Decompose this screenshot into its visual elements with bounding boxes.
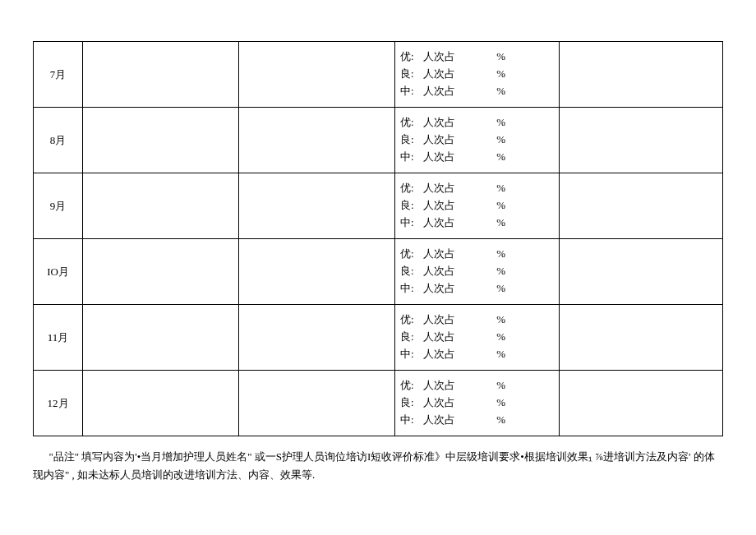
- rating-metric: 人次占: [423, 346, 481, 363]
- rating-line-良: 良: 人次占 %: [400, 66, 554, 83]
- month-cell: 12月: [34, 371, 83, 436]
- rating-label: 优:: [400, 311, 423, 329]
- rating-pct: %: [481, 329, 505, 346]
- rating-metric: 人次占: [423, 377, 481, 394]
- rating-line-优: 优: 人次占 %: [400, 114, 554, 131]
- rating-label: 中:: [400, 214, 423, 232]
- table-row: 8月 优: 人次占 % 良: 人次占 % 中:: [34, 108, 723, 173]
- month-cell: 9月: [34, 173, 83, 239]
- rating-line-中: 中: 人次占 %: [400, 346, 554, 363]
- rating-label: 中:: [400, 280, 423, 297]
- rating-label: 良:: [400, 263, 423, 280]
- training-months-table: 7月 优: 人次占 % 良: 人次占 % 中:: [33, 41, 723, 436]
- rating-label: 优:: [400, 48, 423, 66]
- rating-line-中: 中: 人次占 %: [400, 412, 554, 429]
- rating-metric: 人次占: [423, 412, 481, 429]
- blank-cell: [239, 305, 395, 371]
- table-row: 9月 优: 人次占 % 良: 人次占 % 中:: [34, 173, 723, 239]
- rating-pct: %: [481, 346, 505, 363]
- rating-cell: 优: 人次占 % 良: 人次占 % 中: 人次占 %: [395, 108, 560, 173]
- rating-metric: 人次占: [423, 329, 481, 346]
- blank-cell: [560, 42, 723, 108]
- rating-line-中: 中: 人次占 %: [400, 214, 554, 232]
- rating-pct: %: [481, 280, 505, 297]
- rating-label: 良:: [400, 66, 423, 83]
- rating-line-中: 中: 人次占 %: [400, 280, 554, 297]
- blank-cell: [239, 42, 395, 108]
- rating-pct: %: [481, 114, 505, 131]
- month-label: 7月: [50, 68, 67, 81]
- rating-pct: %: [481, 214, 505, 232]
- rating-line-中: 中: 人次占 %: [400, 149, 554, 166]
- footnote-paragraph: "品注" 填写内容为'•当月增加护理人员姓名" 或一S护理人员询位培访I短收评价…: [0, 436, 756, 484]
- rating-line-中: 中: 人次占 %: [400, 83, 554, 100]
- blank-cell: [560, 239, 723, 305]
- rating-metric: 人次占: [423, 131, 481, 149]
- rating-metric: 人次占: [423, 197, 481, 214]
- blank-cell: [239, 108, 395, 173]
- rating-pct: %: [481, 263, 505, 280]
- rating-line-优: 优: 人次占 %: [400, 48, 554, 66]
- month-label: 11月: [48, 331, 69, 344]
- month-label: 9月: [50, 200, 67, 212]
- rating-cell: 优: 人次占 % 良: 人次占 % 中: 人次占 %: [395, 371, 560, 436]
- rating-line-良: 良: 人次占 %: [400, 394, 554, 412]
- rating-line-良: 良: 人次占 %: [400, 263, 554, 280]
- rating-pct: %: [481, 377, 505, 394]
- rating-metric: 人次占: [423, 149, 481, 166]
- rating-metric: 人次占: [423, 83, 481, 100]
- rating-label: 中:: [400, 412, 423, 429]
- table-row: 7月 优: 人次占 % 良: 人次占 % 中:: [34, 42, 723, 108]
- blank-cell: [239, 173, 395, 239]
- rating-metric: 人次占: [423, 180, 481, 197]
- rating-metric: 人次占: [423, 263, 481, 280]
- rating-label: 中:: [400, 83, 423, 100]
- rating-label: 良:: [400, 131, 423, 149]
- rating-metric: 人次占: [423, 280, 481, 297]
- rating-metric: 人次占: [423, 394, 481, 412]
- month-label: 12月: [48, 397, 69, 409]
- rating-metric: 人次占: [423, 114, 481, 131]
- blank-cell: [83, 239, 239, 305]
- rating-pct: %: [481, 394, 505, 412]
- table-row: 11月 优: 人次占 % 良: 人次占 % 中:: [34, 305, 723, 371]
- rating-line-优: 优: 人次占 %: [400, 311, 554, 329]
- month-cell: 11月: [34, 305, 83, 371]
- month-cell: IO月: [34, 239, 83, 305]
- rating-metric: 人次占: [423, 311, 481, 329]
- table-row: 12月 优: 人次占 % 良: 人次占 % 中:: [34, 371, 723, 436]
- rating-pct: %: [481, 197, 505, 214]
- rating-line-优: 优: 人次占 %: [400, 246, 554, 263]
- blank-cell: [83, 108, 239, 173]
- rating-pct: %: [481, 66, 505, 83]
- month-cell: 8月: [34, 108, 83, 173]
- rating-pct: %: [481, 83, 505, 100]
- rating-label: 良:: [400, 197, 423, 214]
- blank-cell: [239, 239, 395, 305]
- rating-metric: 人次占: [423, 214, 481, 232]
- blank-cell: [239, 371, 395, 436]
- blank-cell: [83, 173, 239, 239]
- rating-label: 良:: [400, 394, 423, 412]
- rating-cell: 优: 人次占 % 良: 人次占 % 中: 人次占 %: [395, 239, 560, 305]
- rating-pct: %: [481, 149, 505, 166]
- rating-label: 优:: [400, 114, 423, 131]
- rating-cell: 优: 人次占 % 良: 人次占 % 中: 人次占 %: [395, 305, 560, 371]
- rating-label: 优:: [400, 377, 423, 394]
- rating-cell: 优: 人次占 % 良: 人次占 % 中: 人次占 %: [395, 173, 560, 239]
- rating-line-良: 良: 人次占 %: [400, 131, 554, 149]
- table-row: IO月 优: 人次占 % 良: 人次占 % 中:: [34, 239, 723, 305]
- rating-pct: %: [481, 180, 505, 197]
- rating-label: 优:: [400, 246, 423, 263]
- rating-cell: 优: 人次占 % 良: 人次占 % 中: 人次占 %: [395, 42, 560, 108]
- rating-metric: 人次占: [423, 66, 481, 83]
- blank-cell: [560, 305, 723, 371]
- blank-cell: [83, 42, 239, 108]
- rating-pct: %: [481, 131, 505, 149]
- blank-cell: [560, 108, 723, 173]
- blank-cell: [560, 371, 723, 436]
- month-label: IO月: [47, 265, 69, 278]
- rating-line-良: 良: 人次占 %: [400, 329, 554, 346]
- rating-label: 中:: [400, 346, 423, 363]
- month-label: 8月: [50, 134, 67, 146]
